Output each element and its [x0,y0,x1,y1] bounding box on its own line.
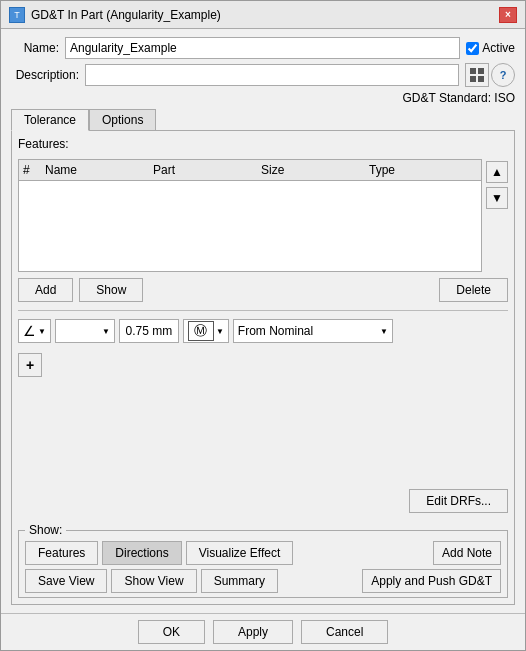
edit-drfs-button[interactable]: Edit DRFs... [409,489,508,513]
footer-bar: OK Apply Cancel [1,613,525,650]
apply-push-button[interactable]: Apply and Push GD&T [362,569,501,593]
grid-icon-button[interactable] [465,63,489,87]
separator1 [18,310,508,311]
delete-button[interactable]: Delete [439,278,508,302]
add-row-button[interactable]: + [18,353,42,377]
active-checkbox[interactable] [466,42,479,55]
secondary-symbol-select[interactable]: ▼ [55,319,115,343]
features-label: Features: [18,137,508,151]
features-actions-row: Add Show Delete [18,278,508,302]
tab-tolerance-content: Features: # Name Part Size Type [11,130,515,605]
secondary-dropdown-arrow: ▼ [102,327,110,336]
symbol-select[interactable]: ∠ ▼ [18,319,51,343]
show-view-button[interactable]: Show View [111,569,196,593]
features-table: # Name Part Size Type [18,159,482,272]
show-section: Show: Features Directions Visualize Effe… [18,523,508,598]
svg-rect-0 [470,68,476,74]
add-button[interactable]: Add [18,278,73,302]
from-nominal-select[interactable]: From Nominal ▼ [233,319,393,343]
features-section: # Name Part Size Type ▲ ▼ [18,159,508,272]
name-label: Name: [11,41,59,55]
description-row: Description: ? [11,63,515,87]
modifier-dropdown-arrow: ▼ [216,327,224,336]
summary-button[interactable]: Summary [201,569,278,593]
cancel-button[interactable]: Cancel [301,620,388,644]
app-icon: T [9,7,25,23]
col-size: Size [261,163,369,177]
tolerance-controls-row: ∠ ▼ ▼ Ⓜ ▼ From [18,319,508,343]
tab-options[interactable]: Options [89,109,156,131]
svg-rect-2 [470,76,476,82]
save-view-button[interactable]: Save View [25,569,107,593]
help-icon-button[interactable]: ? [491,63,515,87]
size-input[interactable] [119,319,179,343]
col-hash: # [23,163,45,177]
description-label: Description: [11,68,79,82]
main-window: T GD&T In Part (Angularity_Example) × Na… [0,0,526,651]
col-type: Type [369,163,477,177]
close-button[interactable]: × [499,7,517,23]
modifier-symbol: Ⓜ [188,321,214,341]
title-bar: T GD&T In Part (Angularity_Example) × [1,1,525,29]
name-input[interactable] [65,37,460,59]
svg-rect-3 [478,76,484,82]
visualize-effect-button[interactable]: Visualize Effect [186,541,294,565]
apply-button[interactable]: Apply [213,620,293,644]
modifier-select[interactable]: Ⓜ ▼ [183,319,229,343]
angularity-symbol: ∠ [23,323,36,339]
col-name: Name [45,163,153,177]
add-note-button[interactable]: Add Note [433,541,501,565]
window-title: GD&T In Part (Angularity_Example) [31,8,221,22]
from-nominal-arrow: ▼ [380,327,388,336]
symbol-dropdown-arrow: ▼ [38,327,46,336]
directions-show-button[interactable]: Directions [102,541,181,565]
gdt-standard-label: GD&T Standard: ISO [403,91,516,105]
features-show-button[interactable]: Features [25,541,98,565]
show-button[interactable]: Show [79,278,143,302]
svg-rect-1 [478,68,484,74]
move-down-button[interactable]: ▼ [486,187,508,209]
tab-tolerance[interactable]: Tolerance [11,109,89,131]
tabs-bar: Tolerance Options [11,109,515,131]
features-table-body [19,181,481,271]
move-up-button[interactable]: ▲ [486,161,508,183]
show-legend: Show: [25,523,66,537]
ok-button[interactable]: OK [138,620,205,644]
from-nominal-label: From Nominal [238,324,378,338]
description-input[interactable] [85,64,459,86]
active-label: Active [482,41,515,55]
edit-drfs-row: Edit DRFs... [18,489,508,513]
content-area: Name: Active Description: ? GD&T Standar… [1,29,525,613]
col-part: Part [153,163,261,177]
name-row: Name: Active [11,37,515,59]
